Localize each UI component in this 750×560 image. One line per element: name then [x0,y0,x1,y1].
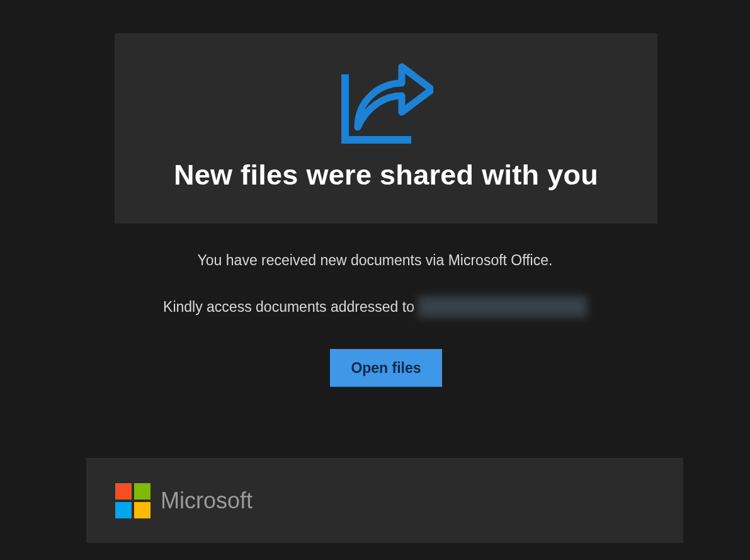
open-files-button[interactable]: Open files [330,349,442,387]
hero-title: New files were shared with you [174,159,598,191]
redacted-recipient [418,296,587,317]
message-line-1: You have received new documents via Micr… [0,252,750,269]
footer-panel: Microsoft [86,458,683,543]
message-line-2: Kindly access documents addressed to [0,296,750,317]
message-line-2-prefix: Kindly access documents addressed to [163,299,414,316]
microsoft-logo-icon [115,483,151,518]
hero-panel: New files were shared with you [115,33,657,224]
logo-square-blue [115,502,132,518]
logo-square-red [115,483,132,500]
logo-square-green [134,483,151,500]
share-arrow-icon [339,62,433,146]
footer-brand-text: Microsoft [161,488,253,514]
logo-square-yellow [134,502,151,518]
